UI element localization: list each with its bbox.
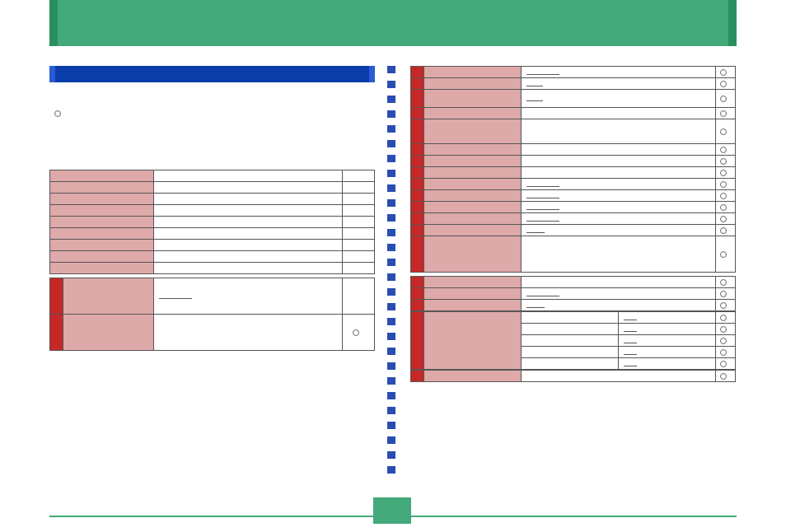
radio-icon[interactable] xyxy=(720,361,727,367)
row-value xyxy=(154,263,343,274)
row-label xyxy=(423,236,521,273)
row-stripe xyxy=(411,144,424,156)
row-text xyxy=(521,108,715,119)
radio-cell xyxy=(342,315,374,351)
blank-line xyxy=(624,325,637,332)
row-label xyxy=(423,190,521,202)
radio-cell xyxy=(716,90,736,108)
radio-icon[interactable] xyxy=(720,291,727,297)
blank-line xyxy=(526,68,559,75)
row-text xyxy=(521,90,715,108)
row-label xyxy=(423,67,521,78)
row-stripe xyxy=(411,179,424,190)
blank-line xyxy=(526,290,559,296)
row-text xyxy=(521,236,715,273)
radio-cell xyxy=(716,358,736,370)
row-value xyxy=(154,205,343,217)
row-label xyxy=(50,170,154,182)
page-header-banner xyxy=(49,0,737,46)
radio-cell xyxy=(716,213,736,225)
radio-icon[interactable] xyxy=(353,329,359,336)
row-stripe xyxy=(411,312,424,370)
radio-icon[interactable] xyxy=(720,326,727,333)
row-label xyxy=(423,288,521,300)
row-value xyxy=(154,182,343,194)
blank-line xyxy=(159,292,192,299)
blank-line xyxy=(526,226,545,233)
row-label xyxy=(423,312,521,370)
radio-icon[interactable] xyxy=(720,81,727,87)
row-text xyxy=(521,156,715,167)
row-stripe xyxy=(411,78,424,90)
radio-icon[interactable] xyxy=(720,251,727,258)
section-title-bar xyxy=(49,66,375,82)
blank-line xyxy=(624,337,637,343)
split-col-b xyxy=(619,358,716,370)
row-label xyxy=(423,371,521,382)
row-stripe xyxy=(50,315,63,351)
radio-icon[interactable] xyxy=(720,349,727,356)
radio-icon[interactable] xyxy=(720,128,727,135)
row-stripe xyxy=(411,190,424,202)
table-row xyxy=(411,190,736,202)
row-label xyxy=(423,300,521,311)
row-stripe xyxy=(411,202,424,213)
radio-cell xyxy=(716,371,736,382)
row-label xyxy=(423,277,521,288)
radio-icon[interactable] xyxy=(720,216,727,222)
table-row xyxy=(411,108,736,119)
radio-icon[interactable] xyxy=(720,373,727,380)
radio-icon[interactable] xyxy=(720,69,727,76)
radio-icon[interactable] xyxy=(720,227,727,234)
radio-icon[interactable] xyxy=(720,110,727,117)
right-table-main xyxy=(410,66,736,273)
row-label xyxy=(50,251,154,263)
row-label xyxy=(423,144,521,156)
row-aux xyxy=(342,182,374,194)
row-text xyxy=(521,78,715,90)
blank-line xyxy=(526,215,559,222)
radio-cell xyxy=(716,335,736,347)
radio-cell xyxy=(716,288,736,300)
radio-icon[interactable] xyxy=(720,338,727,344)
blank-line xyxy=(526,203,559,210)
radio-icon[interactable] xyxy=(720,315,727,321)
row-label xyxy=(50,205,154,217)
row-text xyxy=(154,315,343,351)
row-stripe xyxy=(411,90,424,108)
row-text xyxy=(521,277,715,288)
row-label xyxy=(63,278,153,315)
radio-icon[interactable] xyxy=(720,147,727,153)
row-aux xyxy=(342,263,374,274)
radio-icon[interactable] xyxy=(720,170,727,176)
row-text xyxy=(521,144,715,156)
table-row xyxy=(50,263,375,274)
table-row xyxy=(50,194,375,205)
radio-icon[interactable] xyxy=(720,96,727,102)
split-col-b xyxy=(619,335,716,347)
blank-line xyxy=(526,95,543,101)
radio-cell xyxy=(716,156,736,167)
row-stripe xyxy=(411,300,424,311)
table-row xyxy=(50,170,375,182)
radio-icon[interactable] xyxy=(720,193,727,199)
row-label xyxy=(50,228,154,240)
radio-cell xyxy=(716,119,736,144)
table-row xyxy=(50,251,375,263)
radio-icon[interactable] xyxy=(720,181,727,188)
radio-icon[interactable] xyxy=(720,302,727,309)
right-table-split xyxy=(410,311,736,370)
radio-cell xyxy=(716,144,736,156)
row-value xyxy=(154,194,343,205)
radio-icon[interactable] xyxy=(720,204,727,211)
radio-cell xyxy=(716,167,736,179)
blank-line xyxy=(624,348,637,355)
row-text xyxy=(521,167,715,179)
table-row xyxy=(411,144,736,156)
radio-cell xyxy=(716,78,736,90)
split-col-b xyxy=(619,324,716,335)
radio-icon[interactable] xyxy=(720,158,727,165)
row-text xyxy=(154,278,343,315)
radio-icon[interactable] xyxy=(720,279,727,286)
row-stripe xyxy=(411,67,424,78)
